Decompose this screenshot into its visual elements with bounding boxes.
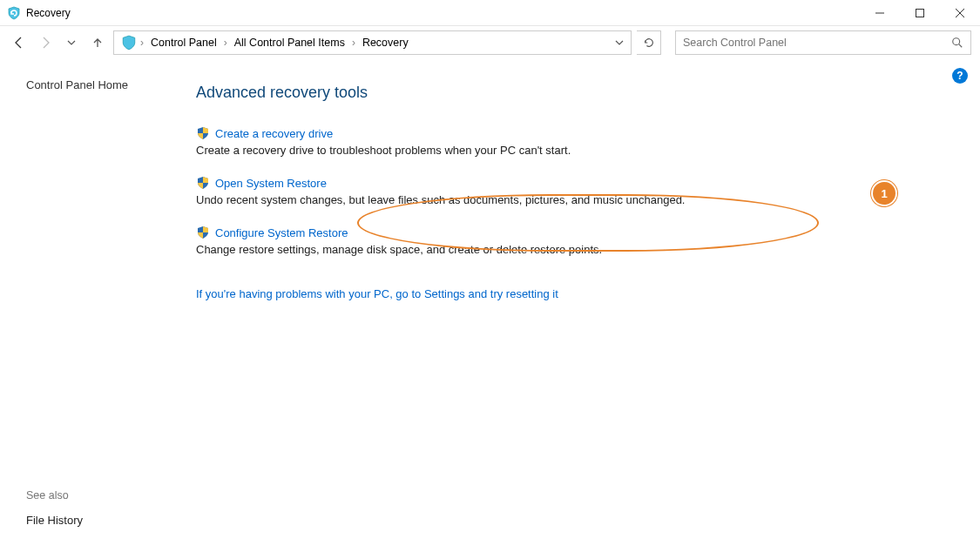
left-pane: Control Panel Home See also File History	[0, 59, 170, 552]
window-title: Recovery	[26, 7, 71, 19]
breadcrumb-item[interactable]: Control Panel ›	[147, 31, 231, 54]
create-recovery-drive-link[interactable]: Create a recovery drive	[215, 127, 333, 140]
reset-pc-link[interactable]: If you're having problems with your PC, …	[196, 287, 558, 300]
svg-point-4	[953, 38, 960, 45]
back-button[interactable]	[9, 32, 30, 53]
svg-line-5	[959, 44, 963, 48]
tool-open-system-restore: Open System Restore Undo recent system c…	[196, 176, 945, 206]
nav-bar: › Control Panel › All Control Panel Item…	[0, 26, 980, 59]
refresh-button[interactable]	[637, 30, 661, 55]
page-heading: Advanced recovery tools	[196, 84, 945, 102]
close-button[interactable]	[940, 0, 980, 26]
recent-locations-button[interactable]	[61, 32, 82, 53]
shield-icon	[196, 126, 210, 140]
title-bar: Recovery	[0, 0, 980, 26]
configure-system-restore-link[interactable]: Configure System Restore	[215, 226, 348, 239]
tool-description: Change restore settings, manage disk spa…	[196, 243, 945, 256]
content-area: Control Panel Home See also File History…	[0, 59, 980, 552]
open-system-restore-link[interactable]: Open System Restore	[215, 177, 327, 190]
maximize-button[interactable]	[900, 0, 940, 26]
tool-create-recovery-drive: Create a recovery drive Create a recover…	[196, 126, 945, 157]
breadcrumb-item[interactable]: All Control Panel Items ›	[231, 31, 359, 54]
tool-description: Undo recent system changes, but leave fi…	[196, 193, 945, 206]
shield-icon	[196, 226, 210, 239]
search-input[interactable]	[683, 37, 951, 49]
see-also-label: See also	[26, 489, 170, 502]
tool-description: Create a recovery drive to troubleshoot …	[196, 144, 945, 157]
control-panel-home-link[interactable]: Control Panel Home	[26, 78, 170, 91]
control-panel-icon	[121, 35, 137, 50]
recovery-app-icon	[7, 6, 21, 20]
search-icon[interactable]	[951, 37, 963, 49]
tool-configure-system-restore: Configure System Restore Change restore …	[196, 226, 945, 256]
breadcrumb-label: Control Panel	[147, 37, 220, 49]
up-button[interactable]	[87, 32, 108, 53]
address-dropdown-button[interactable]	[612, 33, 627, 52]
breadcrumb-sep[interactable]: ›	[137, 31, 147, 54]
breadcrumb-label: Recovery	[359, 37, 412, 49]
breadcrumb-item[interactable]: Recovery	[359, 31, 412, 54]
shield-icon	[196, 176, 210, 190]
minimize-button[interactable]	[860, 0, 900, 26]
search-box[interactable]	[675, 30, 971, 55]
address-bar[interactable]: › Control Panel › All Control Panel Item…	[113, 30, 632, 55]
breadcrumb-label: All Control Panel Items	[231, 37, 348, 49]
file-history-link[interactable]: File History	[26, 514, 83, 527]
forward-button[interactable]	[35, 32, 56, 53]
main-pane: Advanced recovery tools Create a recover…	[170, 59, 980, 552]
svg-rect-1	[916, 9, 924, 17]
